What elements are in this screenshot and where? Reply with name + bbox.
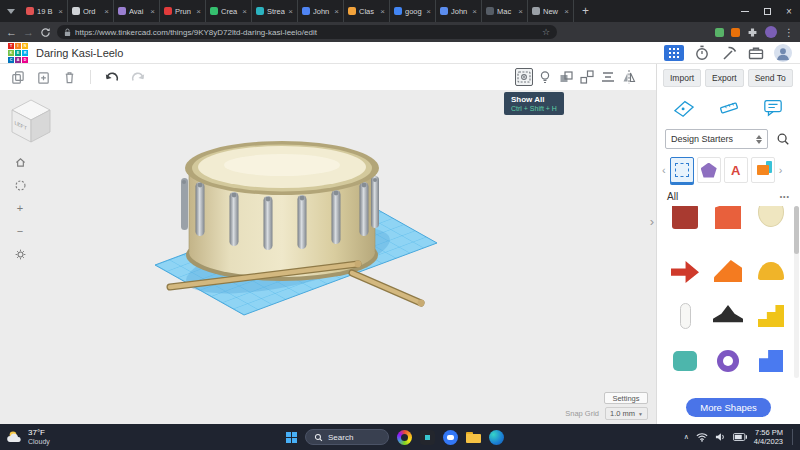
tray-overflow-chevron[interactable]: ∧	[684, 433, 689, 441]
tab-close-icon[interactable]: ×	[564, 7, 569, 16]
design-title[interactable]: Daring Kasi-Leelo	[36, 47, 123, 59]
zoom-out-button[interactable]: −	[12, 223, 28, 239]
search-button[interactable]	[774, 130, 792, 148]
user-avatar[interactable]	[774, 44, 792, 62]
align-button[interactable]	[599, 68, 617, 86]
design-starters-select[interactable]: Design Starters	[665, 129, 768, 149]
extensions-puzzle-icon[interactable]	[747, 27, 758, 38]
tab-close-icon[interactable]: ×	[518, 7, 523, 16]
refresh-icon[interactable]	[40, 27, 51, 38]
url-omnibox[interactable]: https://www.tinkercad.com/things/9KY8yD7…	[57, 25, 557, 39]
browser-tab[interactable]: Ord×	[68, 0, 114, 22]
new-tab-button[interactable]: +	[574, 4, 597, 18]
browser-tab[interactable]: Prun×	[160, 0, 206, 22]
stopwatch-icon[interactable]	[693, 44, 711, 62]
browser-tab[interactable]: goog×	[390, 0, 436, 22]
shape-tile-gold-dome[interactable]	[751, 251, 791, 291]
chat-app-icon[interactable]	[443, 430, 458, 445]
clock[interactable]: 7:56 PM 4/4/2023	[754, 428, 783, 446]
shape-tile-cream[interactable]	[751, 206, 791, 246]
browser-tab[interactable]: 19 B×	[22, 0, 68, 22]
zoom-in-button[interactable]: +	[12, 200, 28, 216]
tab-close-icon[interactable]: ×	[242, 7, 247, 16]
carousel-right-chevron[interactable]: ›	[778, 164, 784, 176]
wifi-icon[interactable]	[696, 432, 708, 442]
tab-close-icon[interactable]: ×	[334, 7, 339, 16]
browser-tab[interactable]: John×	[436, 0, 482, 22]
3d-canvas[interactable]: LEFT + − › Settings Snap Grid 1.0 mm▼	[0, 90, 656, 424]
import-button[interactable]: Import	[663, 69, 701, 87]
tab-close-icon[interactable]: ×	[150, 7, 155, 16]
tab-list-chevron-icon[interactable]	[4, 4, 18, 18]
tinkercad-logo[interactable]: T I N K E R C A D	[8, 43, 28, 63]
shape-tile-black-hat[interactable]	[708, 296, 748, 336]
scene[interactable]	[0, 90, 656, 424]
starter-box-tile[interactable]	[751, 157, 775, 183]
hide-button[interactable]	[536, 68, 554, 86]
browser-tab[interactable]: Strea×	[252, 0, 298, 22]
shape-tile-orange[interactable]	[708, 206, 748, 246]
portfolio-icon[interactable]	[747, 44, 765, 62]
shape-tile-blue-puzzle[interactable]	[751, 341, 791, 381]
apps-grid-button[interactable]	[664, 45, 684, 61]
shape-tile-purple-ring[interactable]	[708, 341, 748, 381]
redo-button[interactable]	[129, 68, 147, 86]
browser-profile-avatar[interactable]	[765, 26, 777, 38]
scrollbar-thumb[interactable]	[794, 206, 799, 254]
extension-icon[interactable]	[731, 28, 740, 37]
tab-close-icon[interactable]: ×	[288, 7, 293, 16]
section-overflow-icon[interactable]: •••	[780, 193, 790, 200]
pickaxe-icon[interactable]	[720, 44, 738, 62]
browser-tab[interactable]: Mac×	[482, 0, 528, 22]
shape-tile-orange-wedge[interactable]	[708, 251, 748, 291]
fit-view-button[interactable]	[12, 177, 28, 193]
window-minimize-button[interactable]	[734, 0, 756, 22]
ruler-button[interactable]	[716, 95, 742, 121]
battery-icon[interactable]	[733, 433, 747, 441]
view-cube[interactable]: LEFT	[10, 96, 54, 148]
extension-icon[interactable]	[715, 28, 724, 37]
starter-pentagon-tile[interactable]	[697, 157, 721, 183]
browser-tab[interactable]: John×	[298, 0, 344, 22]
home-view-button[interactable]	[12, 154, 28, 170]
browser-tab[interactable]: Clas×	[344, 0, 390, 22]
shape-tile-yellow-stairs[interactable]	[751, 296, 791, 336]
starter-basic-shapes-tile[interactable]	[670, 157, 694, 183]
paint-app-icon[interactable]	[397, 430, 412, 445]
workplane-button[interactable]	[671, 95, 697, 121]
starter-letters-tile[interactable]: A	[724, 157, 748, 183]
notes-button[interactable]	[760, 95, 786, 121]
browser-tab[interactable]: New×	[528, 0, 574, 22]
more-shapes-button[interactable]: More Shapes	[686, 398, 771, 417]
drumstick[interactable]	[352, 273, 424, 306]
dev-app-icon[interactable]	[420, 430, 435, 445]
send-to-button[interactable]: Send To	[748, 69, 793, 87]
shape-tile-teal-box[interactable]	[665, 341, 705, 381]
tab-close-icon[interactable]: ×	[426, 7, 431, 16]
tab-close-icon[interactable]: ×	[104, 7, 109, 16]
carousel-left-chevron[interactable]: ‹	[661, 164, 667, 176]
undo-button[interactable]	[103, 68, 121, 86]
browser-menu-icon[interactable]: ⋮	[784, 27, 794, 38]
shape-tile-white-capsule[interactable]	[665, 296, 705, 336]
window-close-button[interactable]: ×	[778, 0, 800, 22]
bookmark-star-icon[interactable]: ☆	[542, 27, 550, 37]
panel-collapse-handle[interactable]: ›	[650, 214, 654, 229]
weather-widget[interactable]: 37°F Cloudy	[6, 428, 50, 445]
shape-tile-red-arrow[interactable]	[665, 251, 705, 291]
browser-tab[interactable]: Crea×	[206, 0, 252, 22]
tab-close-icon[interactable]: ×	[196, 7, 201, 16]
browser-tab[interactable]: Avai×	[114, 0, 160, 22]
start-button[interactable]	[286, 432, 297, 443]
delete-button[interactable]	[60, 68, 78, 86]
copy-button[interactable]	[8, 68, 26, 86]
export-button[interactable]: Export	[705, 69, 744, 87]
shape-tile-maroon[interactable]	[665, 206, 705, 246]
mirror-button[interactable]	[620, 68, 638, 86]
drum-model[interactable]	[181, 141, 379, 281]
file-explorer-icon[interactable]	[466, 430, 481, 445]
edge-browser-icon[interactable]	[489, 430, 504, 445]
taskbar-search[interactable]: Search	[305, 429, 389, 445]
tab-close-icon[interactable]: ×	[472, 7, 477, 16]
snap-grid-select[interactable]: 1.0 mm▼	[605, 407, 648, 420]
